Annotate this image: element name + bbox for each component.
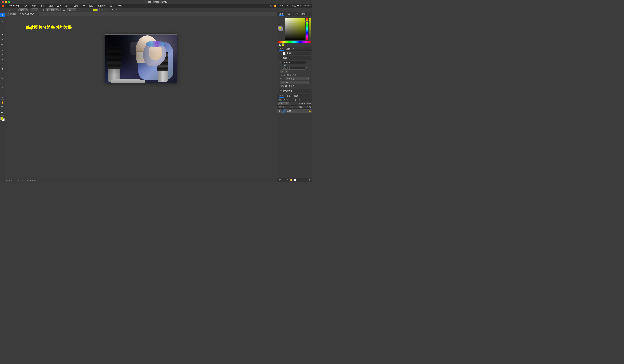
gradient-tool[interactable]: ▣ bbox=[0, 66, 4, 70]
lock-position-icon[interactable]: ✜ bbox=[287, 106, 289, 108]
apple-icon[interactable]: 🍎 bbox=[1, 4, 4, 7]
add-mask-btn[interactable]: ◻ bbox=[286, 179, 289, 182]
commit-text-btn[interactable]: ✓ bbox=[115, 8, 118, 11]
pen-tool[interactable]: ✒ bbox=[0, 81, 4, 85]
add-effect-btn[interactable]: ✦ bbox=[282, 179, 285, 182]
tab-gradient[interactable]: 渐变 bbox=[293, 12, 299, 16]
hue-slider-bottom[interactable] bbox=[278, 41, 311, 43]
dodge-tool[interactable]: ◐ bbox=[0, 75, 4, 79]
tab-swatches[interactable]: 色板 bbox=[286, 12, 291, 16]
link-layers-btn[interactable]: 🔗 bbox=[278, 179, 282, 182]
canvas-section-header[interactable]: ▼ 画布 bbox=[279, 56, 311, 60]
font-style-select[interactable]: - bbox=[31, 8, 38, 11]
minimize-button[interactable] bbox=[5, 1, 7, 3]
menu-search-icon[interactable]: 🔍 bbox=[270, 5, 272, 7]
text-tool-icon[interactable]: T bbox=[1, 8, 4, 12]
filter-pixel-btn[interactable]: □ bbox=[283, 98, 286, 102]
close-button[interactable] bbox=[2, 1, 4, 3]
menu-select[interactable]: 选择 bbox=[65, 4, 70, 7]
text-color-swatch[interactable] bbox=[93, 8, 98, 11]
more-tools[interactable]: ••• bbox=[0, 111, 4, 115]
marquee-rect-tool[interactable]: □ bbox=[0, 19, 4, 23]
canvas-scroll[interactable]: 修改图片分辨率后的效果 bbox=[5, 16, 277, 179]
mode-select[interactable]: RGB 颜色 bbox=[285, 77, 309, 80]
align-left[interactable]: ≡ bbox=[79, 8, 82, 11]
lasso-tool[interactable]: ⌒ bbox=[0, 28, 4, 32]
tab-close-btn[interactable]: ✕ bbox=[36, 13, 37, 15]
tab-library[interactable]: 库 bbox=[292, 47, 295, 50]
fill-value[interactable]: 100% bbox=[307, 106, 311, 108]
lock-paint-icon[interactable]: ✏ bbox=[285, 106, 286, 108]
y-input[interactable] bbox=[312, 67, 312, 69]
fg-color-box[interactable] bbox=[278, 26, 282, 30]
opacity-slider[interactable] bbox=[309, 18, 311, 40]
clone-tool[interactable]: ⊛ bbox=[0, 57, 4, 61]
menu-window[interactable]: 窗口 bbox=[109, 4, 115, 7]
tab-adjustments[interactable]: 调整 bbox=[285, 47, 291, 50]
move-tool[interactable]: ✜ bbox=[0, 13, 4, 17]
new-layer-btn[interactable]: 📄 bbox=[293, 179, 297, 182]
brush-tool[interactable]: ✏ bbox=[0, 53, 4, 57]
shape-tool[interactable]: □ bbox=[0, 94, 4, 99]
color-panel-collapse[interactable]: ≡ bbox=[310, 13, 311, 15]
eraser-tool[interactable]: ◻ bbox=[0, 62, 4, 66]
menu-layer[interactable]: 图层 bbox=[48, 4, 54, 7]
menu-type[interactable]: 文字 bbox=[56, 4, 62, 7]
hand-tool[interactable]: ✋ bbox=[0, 100, 4, 104]
layer-visibility-icon[interactable]: 👁 bbox=[278, 110, 281, 112]
character-panel-btn[interactable]: ¶ bbox=[105, 8, 107, 11]
lock-all-icon[interactable]: 🔒 bbox=[291, 106, 293, 108]
text-tool[interactable]: T bbox=[0, 86, 4, 90]
healing-tool[interactable]: ⊕ bbox=[0, 48, 4, 52]
tab-color[interactable]: 颜色 bbox=[279, 12, 284, 16]
depth-select[interactable]: 8 位/通道 bbox=[280, 81, 309, 84]
new-group-btn[interactable]: 📁 bbox=[289, 179, 293, 182]
tab-channels[interactable]: 通道 bbox=[286, 94, 291, 97]
menu-help[interactable]: 帮助 bbox=[118, 4, 123, 7]
maximize-button[interactable] bbox=[8, 1, 10, 3]
color-spectrum[interactable] bbox=[285, 18, 305, 40]
warp-text-btn[interactable]: ⌇ bbox=[101, 8, 104, 11]
menu-file[interactable]: 文件 bbox=[23, 4, 28, 7]
color-web-safe[interactable] bbox=[282, 44, 284, 46]
layer-mode-select[interactable]: 正常 bbox=[278, 102, 289, 105]
antialiasing-select[interactable]: 锐利 bbox=[67, 8, 76, 11]
filter-shape-btn[interactable]: ◈ bbox=[294, 98, 297, 102]
blur-tool[interactable]: ◌ bbox=[0, 71, 4, 75]
zoom-tool[interactable]: 🔍 bbox=[0, 105, 4, 109]
layer-item-background[interactable]: 👁 背景 🔒 bbox=[277, 109, 312, 114]
cancel-text-btn[interactable]: ✕ bbox=[111, 8, 114, 11]
canvas-icon-2[interactable]: ⊗ bbox=[285, 70, 288, 73]
align-center[interactable]: ≡ bbox=[83, 8, 86, 11]
screen-mode-btn[interactable]: □ bbox=[0, 127, 4, 131]
lock-transparent-icon[interactable]: ⊞ bbox=[283, 106, 285, 108]
tab-paths[interactable]: 路径 bbox=[293, 94, 299, 97]
quick-select-tool[interactable]: ◈ bbox=[0, 32, 4, 36]
text-orientation-h[interactable]: ↔ bbox=[11, 8, 15, 11]
filter-adj-btn[interactable]: ◑ bbox=[286, 98, 289, 102]
menu-3d[interactable]: 3D bbox=[81, 4, 85, 7]
menu-filter[interactable]: 滤镜 bbox=[73, 4, 79, 7]
layers-panel-collapse[interactable]: ≡ bbox=[310, 95, 311, 97]
foreground-color-box[interactable] bbox=[0, 117, 3, 120]
height-input[interactable] bbox=[282, 67, 305, 69]
canvas-icon-1[interactable]: ⊕ bbox=[280, 70, 284, 73]
rulers-section-header[interactable]: ▼ 标尺和网格 bbox=[279, 89, 311, 93]
crop-tool[interactable]: ⧄ bbox=[0, 38, 4, 42]
menu-image[interactable]: 图像 bbox=[40, 4, 45, 7]
delete-layer-btn[interactable]: 🗑 bbox=[308, 179, 311, 182]
fill-color-swatch[interactable] bbox=[285, 85, 287, 87]
tab-layers[interactable]: 图层 bbox=[279, 94, 284, 98]
menu-edit[interactable]: 编辑 bbox=[31, 4, 37, 7]
align-right[interactable]: ≡ bbox=[87, 8, 89, 11]
text-orientation-v[interactable]: ↕ bbox=[8, 8, 11, 11]
filter-smart-btn[interactable]: ⚙ bbox=[298, 98, 301, 102]
tab-attributes[interactable]: 属性 bbox=[279, 47, 284, 51]
marquee-ellipse-tool[interactable]: ○ bbox=[0, 23, 4, 27]
filter-type-btn[interactable]: T bbox=[290, 98, 293, 102]
properties-panel-collapse[interactable]: ≡ bbox=[310, 48, 311, 50]
filter-toggle[interactable]: ○ bbox=[308, 98, 311, 102]
tab-patterns[interactable]: 图案 bbox=[301, 12, 306, 16]
quick-mask-btn[interactable]: □ bbox=[0, 123, 4, 127]
menu-view[interactable]: 视图 bbox=[88, 4, 94, 7]
